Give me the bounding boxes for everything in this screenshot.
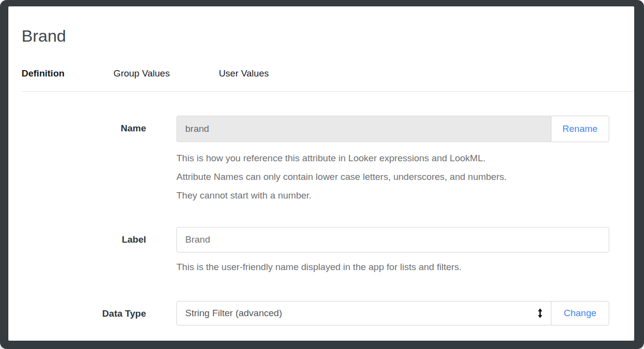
rename-button[interactable]: Rename [551,116,609,142]
name-help-line: This is how you reference this attribute… [176,149,609,168]
attribute-editor-card: Brand Definition Group Values User Value… [8,6,634,341]
label-field: This is the user-friendly name displayed… [176,227,609,274]
name-label: Name [8,116,146,205]
name-help-line: Attribute Names can only contain lower c… [176,168,609,186]
data-type-select[interactable]: String Filter (advanced) [176,301,551,325]
label-help-text: This is the user-friendly name displayed… [176,260,609,274]
tab-definition[interactable]: Definition [22,68,65,79]
name-input-group: Rename [176,116,609,142]
name-help-text: This is how you reference this attribute… [176,149,609,205]
tab-divider [22,91,634,92]
name-help-line: They cannot start with a number. [176,186,609,205]
change-button[interactable]: Change [551,301,609,325]
tab-group-values[interactable]: Group Values [114,68,170,79]
page-title: Brand [22,26,634,46]
label-input[interactable] [176,227,609,252]
tab-user-values[interactable]: User Values [219,68,269,79]
tab-bar: Definition Group Values User Values [22,68,634,79]
data-type-selected-value: String Filter (advanced) [185,308,282,319]
name-field: Rename This is how you reference this at… [176,116,609,205]
label-row: Label This is the user-friendly name dis… [8,227,634,274]
name-input[interactable] [176,116,551,142]
name-row: Name Rename This is how you reference th… [8,116,634,205]
data-type-row: Data Type String Filter (advanced) [8,301,634,326]
data-type-input-group: String Filter (advanced) Change [176,301,609,325]
label-label: Label [8,227,146,274]
app-frame: Brand Definition Group Values User Value… [0,0,644,349]
data-type-label: Data Type [8,301,146,326]
updown-arrow-icon [537,307,544,319]
data-type-field: String Filter (advanced) Change [176,301,609,326]
